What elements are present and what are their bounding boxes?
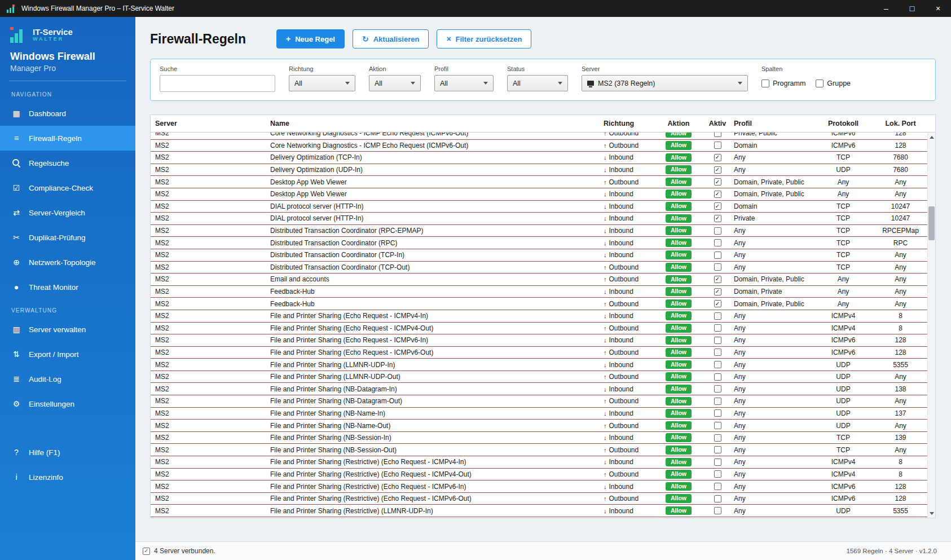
- scrollbar-thumb[interactable]: [928, 206, 935, 240]
- server-select[interactable]: MS2 (378 Regeln): [582, 75, 748, 91]
- column-header-server[interactable]: Server: [151, 120, 270, 127]
- sidebar-item-server-vergleich[interactable]: ⇄Server-Vergleich: [0, 200, 135, 225]
- table-row[interactable]: MS2Desktop App Web Viewer↓InboundAllow✓D…: [151, 188, 927, 201]
- active-checkbox[interactable]: [714, 337, 721, 344]
- active-checkbox[interactable]: [714, 470, 721, 478]
- scroll-up-arrow-icon[interactable]: [930, 136, 934, 139]
- sidebar-item-lizenzinfo[interactable]: iLizenzinfo: [0, 465, 135, 490]
- active-checkbox[interactable]: ✓: [714, 166, 721, 174]
- active-checkbox[interactable]: [714, 373, 721, 381]
- active-checkbox[interactable]: [714, 422, 721, 429]
- sidebar-item-export-import[interactable]: ⇅Export / Import: [0, 342, 135, 367]
- sidebar-item-regelsuche[interactable]: Regelsuche: [0, 151, 135, 175]
- table-row[interactable]: MS2File and Printer Sharing (LLMNR-UDP-I…: [151, 359, 927, 371]
- active-checkbox[interactable]: ✓: [714, 288, 721, 296]
- active-checkbox[interactable]: ✓: [714, 178, 721, 186]
- active-checkbox[interactable]: [714, 142, 721, 149]
- table-row[interactable]: MS2Distributed Transaction Coordinator (…: [151, 249, 927, 262]
- checkbox-gruppe[interactable]: Gruppe: [816, 80, 851, 87]
- active-checkbox[interactable]: [714, 446, 721, 453]
- table-row[interactable]: MS2File and Printer Sharing (NB-Session-…: [151, 444, 927, 456]
- active-checkbox[interactable]: [714, 495, 721, 502]
- active-checkbox[interactable]: ✓: [714, 191, 721, 198]
- sidebar-item-netzwerk-topologie[interactable]: ⊕Netzwerk-Topologie: [0, 250, 135, 275]
- active-checkbox[interactable]: [714, 227, 721, 235]
- active-checkbox[interactable]: [714, 398, 721, 405]
- active-checkbox[interactable]: [714, 263, 721, 271]
- table-row[interactable]: MS2Feedback-Hub↓InboundAllow✓Domain, Pri…: [151, 286, 927, 298]
- active-checkbox[interactable]: [714, 133, 721, 137]
- sidebar-item-einstellungen[interactable]: ⚙Einstellungen: [0, 391, 135, 416]
- table-row[interactable]: MS2Feedback-Hub↑OutboundAllow✓Domain, Pr…: [151, 298, 927, 310]
- search-input[interactable]: [160, 75, 275, 92]
- action-select[interactable]: All: [369, 75, 421, 91]
- table-row[interactable]: MS2Distributed Transaction Coordinator (…: [151, 262, 927, 274]
- column-header-port[interactable]: Lok. Port: [874, 120, 927, 127]
- checkbox-programm[interactable]: Programm: [761, 80, 805, 87]
- active-checkbox[interactable]: [714, 361, 721, 368]
- table-row[interactable]: MS2File and Printer Sharing (Echo Reques…: [151, 310, 927, 323]
- table-row[interactable]: MS2File and Printer Sharing (NB-Datagram…: [151, 383, 927, 395]
- table-row[interactable]: MS2File and Printer Sharing (NB-Session-…: [151, 432, 927, 444]
- sidebar-item-compliance-check[interactable]: ☑Compliance-Check: [0, 175, 135, 200]
- active-checkbox[interactable]: ✓: [714, 276, 721, 283]
- column-header-name[interactable]: Name: [270, 120, 601, 127]
- column-header-profile[interactable]: Profil: [734, 120, 813, 127]
- table-row[interactable]: MS2File and Printer Sharing (Echo Reques…: [151, 347, 927, 359]
- active-checkbox[interactable]: ✓: [714, 215, 721, 222]
- table-row[interactable]: MS2File and Printer Sharing (Restrictive…: [151, 469, 927, 481]
- active-checkbox[interactable]: [714, 252, 721, 259]
- minimize-button[interactable]: –: [873, 0, 899, 17]
- sidebar-item-server-verwalten[interactable]: ▥Server verwalten: [0, 317, 135, 342]
- active-checkbox[interactable]: [714, 458, 721, 466]
- active-checkbox[interactable]: ✓: [714, 154, 721, 161]
- table-row[interactable]: MS2Core Networking Diagnostics - ICMP Ec…: [151, 140, 927, 152]
- table-row[interactable]: MS2Core Networking Diagnostics - ICMP Ec…: [151, 133, 927, 140]
- table-row[interactable]: MS2File and Printer Sharing (NB-Datagram…: [151, 395, 927, 408]
- new-rule-button[interactable]: + Neue Regel: [276, 29, 345, 48]
- table-row[interactable]: MS2File and Printer Sharing (Restrictive…: [151, 480, 927, 493]
- sidebar-item-hilfe-f1[interactable]: ?Hilfe (F1): [0, 440, 135, 465]
- vertical-scrollbar[interactable]: [927, 133, 935, 518]
- table-row[interactable]: MS2File and Printer Sharing (Echo Reques…: [151, 323, 927, 335]
- active-checkbox[interactable]: [714, 434, 721, 442]
- profile-select[interactable]: All: [434, 75, 494, 91]
- active-checkbox[interactable]: [714, 312, 721, 320]
- table-row[interactable]: MS2File and Printer Sharing (Restrictive…: [151, 493, 927, 505]
- table-row[interactable]: MS2Distributed Transaction Coordinator (…: [151, 237, 927, 249]
- active-checkbox[interactable]: [714, 385, 721, 393]
- table-row[interactable]: MS2Delivery Optimization (TCP-In)↓Inboun…: [151, 152, 927, 164]
- table-row[interactable]: MS2File and Printer Sharing (NB-Name-In)…: [151, 408, 927, 420]
- maximize-button[interactable]: □: [899, 0, 925, 17]
- table-row[interactable]: MS2DIAL protocol server (HTTP-In)↓Inboun…: [151, 213, 927, 225]
- column-header-protocol[interactable]: Protokoll: [813, 120, 874, 127]
- close-button[interactable]: ×: [925, 0, 951, 17]
- table-row[interactable]: MS2File and Printer Sharing (Restrictive…: [151, 456, 927, 469]
- status-select[interactable]: All: [507, 75, 568, 91]
- table-row[interactable]: MS2Email and accounts↑OutboundAllow✓Doma…: [151, 274, 927, 286]
- sidebar-item-duplikat-pr-fung[interactable]: ✂Duplikat-Prüfung: [0, 225, 135, 250]
- column-header-direction[interactable]: Richtung: [601, 120, 656, 127]
- table-row[interactable]: MS2Distributed Transaction Coordinator (…: [151, 225, 927, 237]
- sidebar-item-dashboard[interactable]: ▦Dashboard: [0, 101, 135, 126]
- table-row[interactable]: MS2File and Printer Sharing (LLMNR-UDP-O…: [151, 371, 927, 383]
- active-checkbox[interactable]: [714, 239, 721, 246]
- active-checkbox[interactable]: [714, 324, 721, 332]
- table-row[interactable]: MS2Desktop App Web Viewer↑OutboundAllow✓…: [151, 176, 927, 188]
- sidebar-item-threat-monitor[interactable]: ●Threat Monitor: [0, 275, 135, 299]
- table-row[interactable]: MS2Delivery Optimization (UDP-In)↓Inboun…: [151, 164, 927, 177]
- table-row[interactable]: MS2File and Printer Sharing (Restrictive…: [151, 505, 927, 517]
- column-header-active[interactable]: Aktiv: [701, 120, 734, 127]
- refresh-button[interactable]: ↻ Aktualisieren: [353, 29, 429, 48]
- active-checkbox[interactable]: ✓: [714, 202, 721, 210]
- scroll-down-arrow-icon[interactable]: [930, 512, 934, 515]
- table-row[interactable]: MS2DIAL protocol server (HTTP-In)↓Inboun…: [151, 201, 927, 213]
- direction-select[interactable]: All: [289, 75, 355, 91]
- column-header-action[interactable]: Aktion: [656, 120, 701, 127]
- active-checkbox[interactable]: [714, 409, 721, 417]
- active-checkbox[interactable]: [714, 507, 721, 514]
- sidebar-item-audit-log[interactable]: ≣Audit-Log: [0, 367, 135, 391]
- reset-filters-button[interactable]: × Filter zurücksetzen: [437, 29, 531, 48]
- active-checkbox[interactable]: [714, 483, 721, 490]
- sidebar-item-firewall-regeln[interactable]: ≡Firewall-Regeln: [0, 126, 135, 151]
